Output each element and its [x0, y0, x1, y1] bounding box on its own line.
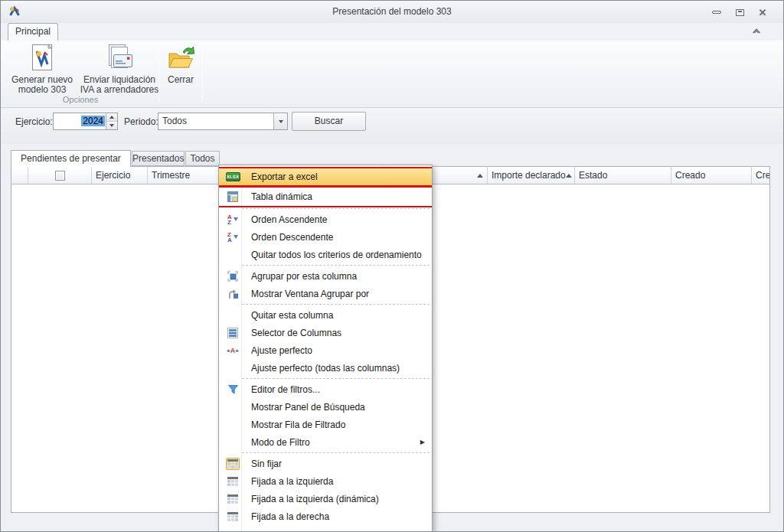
sort-ascending-icon	[477, 174, 483, 178]
spinner-down-icon	[109, 124, 114, 127]
title-bar: Presentación del modelo 303 ✕	[1, 1, 783, 23]
menu-item-ajuste-perfecto-todas-las-columnas[interactable]: Ajuste perfecto (todas las columnas)	[219, 359, 432, 377]
ribbon-collapse-button[interactable]	[751, 27, 762, 34]
ejercicio-label: Ejercicio:	[15, 113, 53, 130]
context-menu: XLSXExportar a excelTabla dinámicaAZOrde…	[218, 165, 433, 532]
menu-item-label: Mostrar Panel de Búsqueda	[251, 402, 432, 413]
menu-item-orden-ascendente[interactable]: AZOrden Ascendente	[219, 211, 432, 228]
group-window-icon	[225, 289, 240, 299]
menu-item-label: Mostrar Fila de Filtrado	[251, 419, 432, 430]
bestfit-icon: +A+	[225, 347, 240, 354]
menu-item-label: Exportar a excel	[251, 171, 432, 182]
tab-pendientes-de-presentar[interactable]: Pendientes de presentar	[11, 150, 131, 167]
ribbon-group-label-opciones: Opciones	[5, 95, 155, 104]
menu-item-quitar-todos-los-criterios-de-ordenamiento[interactable]: Quitar todos los criterios de ordenamien…	[219, 246, 432, 263]
menu-item-label: Editor de filtros...	[251, 384, 432, 395]
menu-item-label: Modo de Filtro	[251, 437, 420, 448]
menu-item-editor-de-filtros[interactable]: Editor de filtros...	[219, 380, 432, 398]
menu-item-label: Ajuste perfecto	[251, 345, 432, 356]
column-header-ejercicio[interactable]: Ejercicio	[92, 167, 148, 184]
generar-modelo-label: Generar nuevo modelo 303	[5, 75, 79, 95]
menu-item-ajuste-perfecto[interactable]: +A+Ajuste perfecto	[219, 341, 432, 359]
column-header-importe-declarado[interactable]: Importe declarado	[488, 167, 575, 184]
column-header-trimestre-label: Trimestre	[152, 167, 190, 184]
spinner-down-button[interactable]	[106, 122, 117, 129]
ribbon-group-separator-2	[202, 44, 203, 102]
generar-modelo-303-button[interactable]: Generar nuevo modelo 303	[5, 44, 79, 95]
close-icon: ✕	[759, 7, 767, 18]
enviar-liquidacion-button[interactable]: Enviar liquidación IVA a arrendadores	[79, 44, 160, 95]
tab-presentados[interactable]: Presentados	[132, 151, 185, 166]
columns-icon	[225, 328, 240, 338]
pivot-icon	[225, 191, 240, 202]
dropdown-arrow-icon	[279, 120, 283, 123]
cerrar-button[interactable]: Cerrar	[161, 44, 201, 85]
cerrar-folder-icon	[161, 44, 201, 73]
menu-item-sin-fijar[interactable]: Sin fijar	[219, 455, 432, 472]
menu-item-orden-descendente[interactable]: ZAOrden Descendente	[219, 228, 432, 246]
pin-left-icon	[225, 477, 240, 486]
menu-item-quitar-esta-columna[interactable]: Quitar esta columna	[219, 306, 432, 324]
enviar-liquidacion-label: Enviar liquidación IVA a arrendadores	[79, 75, 160, 95]
menu-item-mostrar-fila-de-filtrado[interactable]: Mostrar Fila de Filtrado	[219, 416, 432, 433]
spinner-up-button[interactable]	[106, 113, 117, 122]
menu-item-label: Fijada a la izquierda	[251, 476, 432, 487]
tab-todos[interactable]: Todos	[185, 151, 220, 166]
menu-item-label: Tabla dinámica	[251, 191, 432, 202]
menu-item-label: Fijada a la izquierda (dinámica)	[251, 494, 432, 504]
menu-item-label: Ajuste perfecto (todas las columnas)	[251, 363, 432, 374]
periodo-label: Periodo:	[124, 113, 158, 130]
chevron-up-icon	[751, 27, 762, 34]
menu-item-tabla-dinamica[interactable]: Tabla dinámica	[219, 187, 432, 207]
column-header-estado[interactable]: Estado	[575, 167, 671, 184]
restore-icon	[736, 9, 744, 16]
group-icon	[225, 271, 240, 282]
column-header-creado[interactable]: Creado	[671, 167, 752, 184]
menu-item-label: Quitar todos los criterios de ordenamien…	[251, 250, 432, 260]
menu-item-selector-de-columnas[interactable]: Selector de Columnas	[219, 324, 432, 341]
enviar-liquidacion-icon	[79, 44, 160, 73]
select-column-header[interactable]	[28, 167, 92, 184]
menu-item-agrupar-por-esta-columna[interactable]: Agrupar por esta columna	[219, 267, 432, 285]
row-indicator-column-header	[11, 167, 28, 184]
column-header-creado-por-clipped[interactable]: Cre	[752, 167, 769, 184]
pin-right-icon	[225, 512, 240, 521]
menu-item-mostrar-panel-de-busqueda[interactable]: Mostrar Panel de Búsqueda	[219, 398, 432, 416]
column-header-importe-label: Importe declarado	[492, 167, 566, 184]
restore-button[interactable]	[730, 6, 750, 18]
menu-item-exportar-a-excel[interactable]: XLSXExportar a excel	[219, 167, 432, 187]
menu-item-mostrar-ventana-agrupar-por[interactable]: Mostrar Ventana Agrupar por	[219, 285, 432, 302]
ribbon-tab-principal[interactable]: Principal	[8, 23, 58, 41]
menu-item-modo-de-filtro[interactable]: Modo de Filtro▶	[219, 433, 432, 451]
select-all-checkbox[interactable]	[55, 171, 65, 181]
spinner-buttons[interactable]	[106, 113, 117, 129]
menu-item-fijada-a-la-izquierda[interactable]: Fijada a la izquierda	[219, 472, 432, 490]
combo-dropdown-button[interactable]	[273, 113, 287, 129]
window-title: Presentación del modelo 303	[1, 1, 783, 23]
menu-item-label: Quitar esta columna	[251, 310, 432, 321]
minimize-button[interactable]	[707, 6, 727, 18]
menu-item-label: Orden Ascendente	[251, 214, 432, 225]
sort-ascending-icon	[566, 174, 572, 178]
buscar-button[interactable]: Buscar	[292, 112, 366, 131]
menu-item-fijada-a-la-derecha[interactable]: Fijada a la derecha	[219, 508, 432, 525]
menu-item-label: Fijada a la derecha	[251, 511, 432, 522]
submenu-arrow-icon: ▶	[420, 439, 425, 446]
filter-bar: Ejercicio: 2024 Periodo: Todos Buscar	[1, 108, 783, 144]
menu-item-label: Orden Descendente	[251, 232, 432, 243]
ejercicio-spinner[interactable]: 2024	[53, 113, 118, 130]
filter-icon	[225, 385, 240, 394]
ribbon-tab-strip: Principal	[1, 23, 783, 41]
menu-item-label: Sin fijar	[251, 459, 432, 469]
sort-za-icon: ZA	[225, 232, 240, 243]
periodo-combobox[interactable]: Todos	[158, 113, 288, 130]
menu-item-label: Mostrar Ventana Agrupar por	[251, 289, 432, 299]
menu-item-fijada-a-la-izquierda-dinamica[interactable]: Fijada a la izquierda (dinámica)	[219, 490, 432, 508]
ribbon: Generar nuevo modelo 303 Enviar liquidac…	[1, 41, 783, 108]
close-button[interactable]: ✕	[753, 6, 773, 18]
ribbon-group-separator	[158, 44, 159, 102]
menu-item-label: Agrupar por esta columna	[251, 271, 432, 282]
xlsx-icon: XLSX	[225, 172, 240, 181]
periodo-value: Todos	[158, 113, 273, 129]
pin-none-icon	[225, 458, 240, 470]
